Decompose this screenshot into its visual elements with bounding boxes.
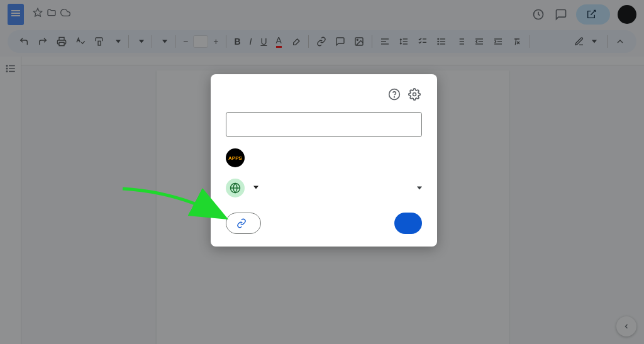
annotation-arrow: [119, 182, 230, 226]
help-icon[interactable]: [387, 87, 402, 102]
access-level-select[interactable]: [251, 185, 408, 190]
owner-avatar: APPS: [226, 148, 245, 167]
add-people-input[interactable]: [226, 112, 422, 137]
owner-row: APPS: [226, 148, 422, 167]
settings-icon[interactable]: [407, 87, 422, 102]
svg-point-38: [413, 93, 416, 96]
copy-link-button[interactable]: [226, 213, 261, 234]
share-dialog: APPS: [211, 74, 437, 247]
viewer-role-select[interactable]: [414, 186, 422, 191]
svg-point-37: [394, 97, 395, 97]
done-button[interactable]: [394, 213, 422, 234]
